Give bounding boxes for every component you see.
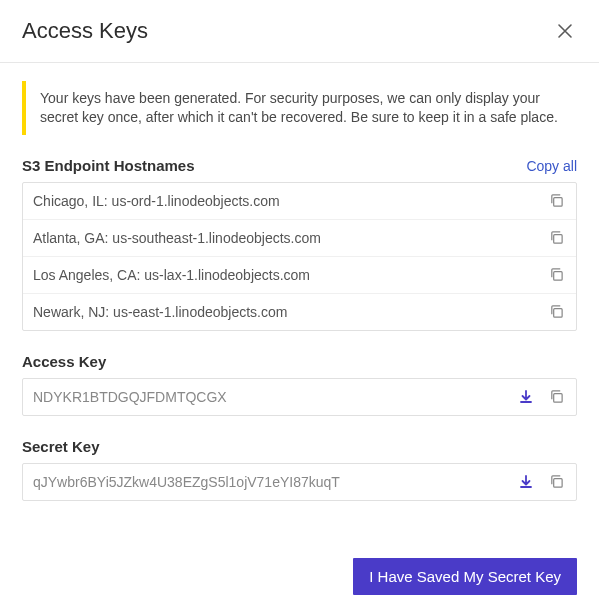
secret-key-value: qJYwbr6BYi5JZkw4U38EZgS5l1ojV71eYI87kuqT — [33, 474, 516, 490]
dialog-footer: I Have Saved My Secret Key — [0, 542, 599, 615]
close-button[interactable] — [553, 19, 577, 43]
endpoint-row: Atlanta, GA: us-southeast-1.linodeobject… — [23, 219, 576, 256]
endpoint-list: Chicago, IL: us-ord-1.linodeobjects.com … — [22, 182, 577, 331]
svg-rect-3 — [553, 309, 561, 317]
endpoint-text: Newark, NJ: us-east-1.linodeobjects.com — [33, 304, 287, 320]
copy-endpoint-button[interactable] — [546, 265, 566, 285]
copy-icon — [549, 474, 564, 489]
endpoint-text: Chicago, IL: us-ord-1.linodeobjects.com — [33, 193, 280, 209]
copy-icon — [549, 267, 564, 282]
close-icon — [557, 23, 573, 39]
dialog-header: Access Keys — [0, 0, 599, 63]
endpoint-row: Newark, NJ: us-east-1.linodeobjects.com — [23, 293, 576, 330]
endpoints-header: S3 Endpoint Hostnames Copy all — [22, 157, 577, 174]
access-key-box: NDYKR1BTDGQJFDMTQCGX — [22, 378, 577, 416]
copy-access-key-button[interactable] — [546, 387, 566, 407]
security-notice: Your keys have been generated. For secur… — [22, 81, 577, 135]
copy-icon — [549, 389, 564, 404]
secret-key-section: Secret Key qJYwbr6BYi5JZkw4U38EZgS5l1ojV… — [22, 438, 577, 501]
dialog-content: Your keys have been generated. For secur… — [0, 63, 599, 501]
copy-endpoint-button[interactable] — [546, 302, 566, 322]
svg-rect-5 — [553, 479, 561, 487]
svg-rect-4 — [553, 394, 561, 402]
confirm-saved-button[interactable]: I Have Saved My Secret Key — [353, 558, 577, 595]
svg-rect-1 — [553, 235, 561, 243]
secret-key-box: qJYwbr6BYi5JZkw4U38EZgS5l1ojV71eYI87kuqT — [22, 463, 577, 501]
endpoint-row: Los Angeles, CA: us-lax-1.linodeobjects.… — [23, 256, 576, 293]
endpoint-text: Atlanta, GA: us-southeast-1.linodeobject… — [33, 230, 321, 246]
download-access-key-button[interactable] — [516, 387, 536, 407]
copy-icon — [549, 230, 564, 245]
endpoint-text: Los Angeles, CA: us-lax-1.linodeobjects.… — [33, 267, 310, 283]
download-icon — [518, 474, 534, 490]
endpoint-row: Chicago, IL: us-ord-1.linodeobjects.com — [23, 183, 576, 219]
copy-all-link[interactable]: Copy all — [526, 158, 577, 174]
svg-rect-0 — [553, 198, 561, 206]
dialog-title: Access Keys — [22, 18, 148, 44]
download-secret-key-button[interactable] — [516, 472, 536, 492]
endpoints-title: S3 Endpoint Hostnames — [22, 157, 195, 174]
download-icon — [518, 389, 534, 405]
svg-rect-2 — [553, 272, 561, 280]
copy-secret-key-button[interactable] — [546, 472, 566, 492]
access-key-value: NDYKR1BTDGQJFDMTQCGX — [33, 389, 516, 405]
copy-endpoint-button[interactable] — [546, 191, 566, 211]
access-key-title: Access Key — [22, 353, 106, 370]
copy-endpoint-button[interactable] — [546, 228, 566, 248]
notice-text: Your keys have been generated. For secur… — [40, 89, 565, 127]
copy-icon — [549, 304, 564, 319]
secret-key-title: Secret Key — [22, 438, 100, 455]
access-key-section: Access Key NDYKR1BTDGQJFDMTQCGX — [22, 353, 577, 416]
copy-icon — [549, 193, 564, 208]
